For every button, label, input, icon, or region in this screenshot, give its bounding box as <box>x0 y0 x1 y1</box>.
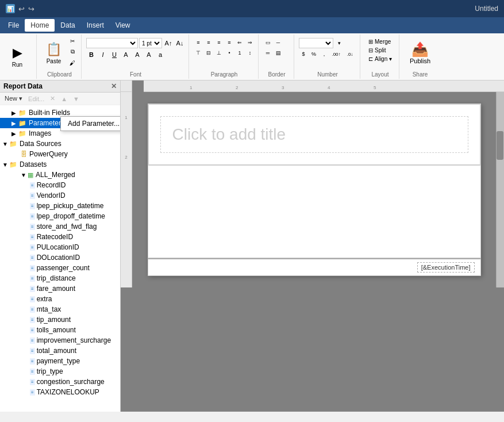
tree-node-fare-amount[interactable]: ≡fare_amount <box>0 283 120 294</box>
vertical-scrollbar[interactable] <box>496 92 504 287</box>
undo-button[interactable]: ↩ <box>18 5 25 13</box>
font-size-up-button[interactable]: A <box>144 49 154 60</box>
tree-node-mta-tax[interactable]: ≡mta_tax <box>0 304 120 314</box>
run-button[interactable]: ▶ Run <box>6 40 29 74</box>
merge-button[interactable]: ⊞ Merge <box>365 38 395 45</box>
tree-node-congestion-surcharge[interactable]: ≡congestion_surcharge <box>0 377 120 387</box>
redo-button[interactable]: ↪ <box>28 5 34 13</box>
canvas-area[interactable]: 1 2 3 4 5 1 2 Click to add title <box>121 80 504 412</box>
font-size-select[interactable]: 1 pt <box>139 38 162 48</box>
underline-button[interactable]: U <box>109 49 120 60</box>
report-header[interactable]: Click to add title <box>148 103 481 166</box>
decimal-up-button[interactable]: .00↑ <box>330 49 343 59</box>
comma-button[interactable]: , <box>320 49 329 59</box>
valign-mid-button[interactable]: ⊟ <box>204 48 213 57</box>
toggle-images[interactable]: ▶ <box>11 131 18 137</box>
tree-node-all-merged[interactable]: ▼ ▦ ALL_Merged <box>0 170 120 180</box>
menu-bar: File Home Data Insert View <box>0 17 504 33</box>
num-list-button[interactable]: 1 <box>235 48 244 57</box>
highlight-button[interactable]: A <box>132 49 143 60</box>
align-left-button[interactable]: ≡ <box>194 38 203 47</box>
tree-node-datasources[interactable]: ▼ 📁 Data Sources <box>0 139 120 149</box>
tree-node-tip-amount[interactable]: ≡tip_amount <box>0 314 120 325</box>
tree-node-datasets[interactable]: ▼ 📁 Datasets <box>0 159 120 170</box>
align-center-button[interactable]: ≡ <box>204 38 213 47</box>
tree-node-improvement-surcharge[interactable]: ≡improvement_surcharge <box>0 335 120 346</box>
number-format-select[interactable] <box>299 38 333 48</box>
tree-node-extra[interactable]: ≡extra <box>0 294 120 304</box>
paste-button[interactable]: 📋 Paste <box>41 36 66 70</box>
report-title[interactable]: Click to add title <box>160 116 468 153</box>
grow-font-button[interactable]: A↑ <box>163 38 174 48</box>
move-down-button[interactable]: ▼ <box>71 95 82 103</box>
dollar-button[interactable]: $ <box>299 49 308 59</box>
field-icon-tolls_amount: ≡ <box>30 327 35 333</box>
border-width-button[interactable]: ═ <box>263 48 272 57</box>
toggle-all-merged[interactable]: ▼ <box>21 172 28 178</box>
bullet-list-button[interactable]: • <box>225 48 234 57</box>
canvas-surface[interactable]: Click to add title [&ExecutionTime] <box>132 92 496 287</box>
tree-node-passenger-count[interactable]: ≡passenger_count <box>0 263 120 273</box>
toggle-builtin[interactable]: ▶ <box>11 110 18 116</box>
shrink-font-button[interactable]: A↓ <box>175 38 185 48</box>
split-button[interactable]: ⊟ Split <box>365 47 395 54</box>
fill-button[interactable]: ▤ <box>274 48 283 57</box>
tree-node-payment-type[interactable]: ≡payment_type <box>0 356 120 366</box>
tree-node-total-amount[interactable]: ≡total_amount <box>0 346 120 356</box>
tree-node-lpep-dropoff-datetime[interactable]: ≡lpep_dropoff_datetime <box>0 211 120 221</box>
font-size-down-button[interactable]: a <box>155 49 166 60</box>
valign-bot-button[interactable]: ⊥ <box>214 48 224 57</box>
menu-data[interactable]: Data <box>55 19 80 32</box>
menu-insert[interactable]: Insert <box>81 19 110 32</box>
menu-home[interactable]: Home <box>25 19 55 32</box>
title-bar-left: 📊 ↩ ↪ <box>6 4 34 13</box>
font-face-select[interactable] <box>86 38 138 48</box>
format-painter-button[interactable]: 🖌 <box>67 57 78 68</box>
tree-node-dolocationid[interactable]: ≡DOLocationID <box>0 252 120 263</box>
tree-node-vendorid[interactable]: ≡VendorID <box>0 190 120 201</box>
toggle-parameters[interactable]: ▶ <box>11 120 18 126</box>
indent-more-button[interactable]: ⇒ <box>245 38 255 47</box>
tree-node-recordid[interactable]: ≡RecordID <box>0 180 120 190</box>
merge-icon: ⊞ <box>368 39 373 45</box>
tree-node-trip-type[interactable]: ≡trip_type <box>0 366 120 377</box>
report-body[interactable] <box>148 166 481 258</box>
border-style-button[interactable]: ▭ <box>263 38 272 47</box>
cut-button[interactable]: ✂ <box>67 36 78 46</box>
scrollbar-thumb[interactable] <box>497 131 503 160</box>
tree-node-powerquery[interactable]: 🗄 PowerQuery <box>0 149 120 159</box>
font-color-button[interactable]: A <box>121 49 131 60</box>
ribbon-group-number: ▾ $ % , .00↑ .0↓ Number <box>295 34 360 79</box>
decimal-down-button[interactable]: .0↓ <box>344 49 356 59</box>
edit-button[interactable]: Edit... <box>26 95 47 103</box>
tree-node-pulocationid[interactable]: ≡PULocationID <box>0 242 120 252</box>
publish-button[interactable]: 📤 Publish <box>404 36 436 70</box>
tree-node-store-and-fwd-flag[interactable]: ≡store_and_fwd_flag <box>0 221 120 232</box>
number-format-dropdown[interactable]: ▾ <box>334 39 344 48</box>
percent-button[interactable]: % <box>309 49 318 59</box>
copy-button[interactable]: ⧉ <box>67 47 78 57</box>
italic-button[interactable]: I <box>98 49 108 60</box>
justify-button[interactable]: ≡ <box>225 38 234 47</box>
context-add-parameter[interactable]: Add Parameter... <box>61 117 121 131</box>
toggle-datasources[interactable]: ▼ <box>2 141 9 147</box>
align-button[interactable]: ⊏ Align ▾ <box>365 55 395 63</box>
tree-node-ratecodeid[interactable]: ≡RatecodeID <box>0 232 120 242</box>
tree-node-taxizonelookup[interactable]: ≡TAXIZONELOOKUP <box>0 387 120 397</box>
delete-button[interactable]: ✕ <box>48 94 57 103</box>
tree-node-trip-distance[interactable]: ≡trip_distance <box>0 273 120 283</box>
tree-node-lpep-pickup-datetime[interactable]: ≡lpep_pickup_datetime <box>0 201 120 211</box>
tree-node-tolls-amount[interactable]: ≡tolls_amount <box>0 325 120 335</box>
menu-file[interactable]: File <box>2 19 25 32</box>
valign-top-button[interactable]: ⊤ <box>194 48 203 57</box>
align-right-button[interactable]: ≡ <box>214 38 224 47</box>
menu-view[interactable]: View <box>110 19 136 32</box>
bold-button[interactable]: B <box>86 49 97 60</box>
sidebar-close-button[interactable]: ✕ <box>111 82 117 90</box>
toggle-datasets[interactable]: ▼ <box>2 162 9 168</box>
indent-less-button[interactable]: ⇐ <box>235 38 244 47</box>
new-button[interactable]: New ▾ <box>2 94 25 103</box>
move-up-button[interactable]: ▲ <box>59 95 70 103</box>
border-color-button[interactable]: ─ <box>274 38 283 47</box>
line-spacing-button[interactable]: ↕ <box>245 48 255 57</box>
